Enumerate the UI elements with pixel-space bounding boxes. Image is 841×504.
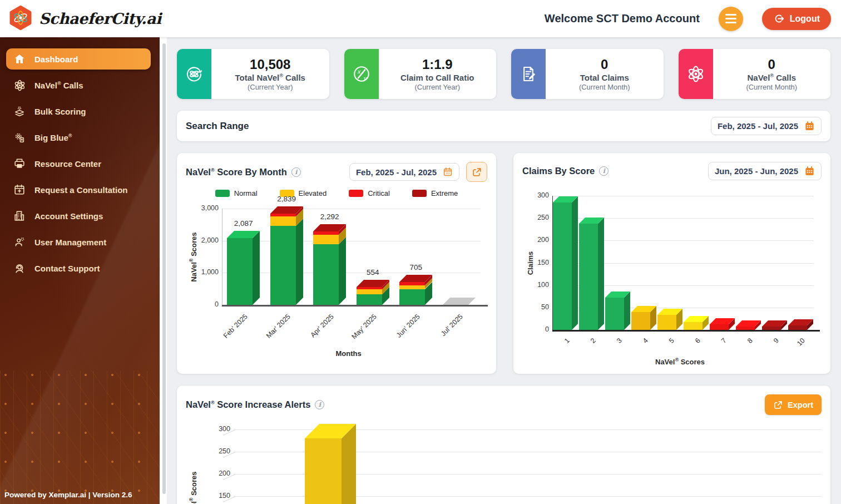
export-button[interactable]: Export [765,394,822,415]
sidebar-item-user-management[interactable]: User Management [6,231,151,253]
x-axis-category-label: 7 [703,337,728,362]
bar-segment[interactable] [605,298,624,330]
bar-segment[interactable] [736,327,755,330]
bar-value-label: 705 [391,263,441,271]
x-axis-category-label: 4 [624,337,649,362]
legend-swatch [215,190,230,197]
bar-segment-side [296,219,303,305]
y-axis-tick-label: 150 [206,492,230,500]
sidebar-item-contact-support[interactable]: Contact Support [6,258,151,279]
stat-label: Total NaVel® Calls [235,73,305,82]
sidebar-item-big-blue[interactable]: Big Blue® [6,127,151,148]
charts-row: NaVel® Score By Month i Feb, 2025 - Jul,… [177,153,830,374]
bar-segment-side [253,231,260,305]
sidebar-item-bulk-scoring[interactable]: Bulk Scoring [6,101,151,122]
bar-segment[interactable] [684,322,703,330]
bar-segment[interactable] [313,231,339,235]
resource-center-icon [13,157,26,170]
bar-segment[interactable] [357,289,382,294]
x-axis-category-label: Feb' 2025 [200,313,249,362]
chart-title: NaVel® Score By Month [186,167,287,177]
brand-name: SchaeferCity.ai [39,10,161,27]
chart1-share-button[interactable] [466,162,487,182]
info-icon[interactable]: i [599,166,609,176]
bar-segment[interactable] [399,285,425,289]
sidebar-item-account-settings[interactable]: Account Settings [6,205,151,226]
bar-segment[interactable] [399,282,425,285]
legend-item-extreme: Extreme [412,189,458,197]
x-axis-line [222,305,488,307]
sidebar-item-navel-calls[interactable]: NaVel® Calls [6,75,151,96]
svg-text:x: x [357,68,361,75]
stat-sublabel: (Current Month) [746,83,797,91]
sidebar: Dashboard NaVel® Calls Bulk Scoring [0,37,160,504]
info-icon[interactable]: i [291,167,301,177]
share-icon [472,167,482,177]
x-axis-line [552,330,820,332]
brand-logo-icon [8,5,33,33]
legend-swatch [349,190,363,197]
bar-segment[interactable] [270,216,296,226]
scrollbar-thumb[interactable] [162,43,166,494]
support-agent-icon [13,261,26,275]
bar-segment[interactable] [579,224,598,330]
bar-segment[interactable] [710,324,729,330]
atom-icon [679,49,713,99]
hamburger-menu-button[interactable] [719,7,743,31]
chart1-datepicker[interactable]: Feb, 2025 - Jul, 2025 [349,163,459,181]
stat-sublabel: (Current Year) [248,83,293,91]
x-axis-category-label: 10 [781,337,806,362]
y-axis-tick-label: 100 [525,281,549,289]
sidebar-item-resource-center[interactable]: Resource Center [6,153,151,174]
calendar-icon [804,121,815,131]
bar-segment-side [624,291,630,330]
bar-segment[interactable] [313,244,339,305]
y-axis-tick-label: 300 [206,425,230,433]
home-icon [13,52,26,66]
y-axis-tick-label: 0 [194,300,219,308]
welcome-text: Welcome SCT Demo Account [545,12,700,25]
svg-text:y: y [363,75,367,82]
logout-button[interactable]: Logout [762,8,831,30]
claims-by-score-card: Claims By Score i Jun, 2025 - Jun, 2025 [513,153,830,374]
bar-segment[interactable] [657,315,676,330]
bar-segment[interactable] [631,312,650,330]
x-axis-category-label: 1 [546,337,571,362]
sidebar-item-request-consultation[interactable]: Request a Consultation [6,179,151,200]
info-icon[interactable]: i [315,400,324,409]
legend-item-critical: Critical [349,189,390,197]
logout-icon [773,13,785,24]
bar-segment[interactable] [553,202,572,330]
sidebar-item-dashboard[interactable]: Dashboard [6,48,151,70]
y-axis-title: NaVel® Scores [190,471,198,504]
bar-segment[interactable] [788,325,807,330]
bar-segment[interactable] [270,226,296,305]
stat-value: 10,508 [250,57,290,72]
bar-segment[interactable] [305,438,342,504]
calendar-icon [804,166,815,176]
search-range-datepicker[interactable]: Feb, 2025 - Jul, 2025 [711,117,822,135]
bar-segment[interactable] [313,235,339,244]
stat-sublabel: (Current Year) [414,83,460,91]
y-axis-tick-label: 200 [525,236,549,244]
main-content: 10,508 Total NaVel® Calls (Current Year)… [167,37,841,504]
gridline [222,241,481,241]
search-range-label: Search Range [186,121,249,132]
stat-label: NaVel® Calls [747,73,796,82]
bar-segment[interactable] [399,289,425,305]
brand-logo[interactable]: SchaeferCity.ai [8,5,161,33]
chart2-datepicker[interactable]: Jun, 2025 - Jun, 2025 [708,162,822,180]
bar-segment[interactable] [357,294,382,305]
bar-segment[interactable] [227,238,253,305]
bar-value-label: 2,087 [219,219,269,228]
search-range-card: Search Range Feb, 2025 - Jul, 2025 [177,111,830,141]
y-axis-tick-label: 1,000 [194,268,219,276]
bar-segment[interactable] [270,214,296,216]
stat-card-total-claims: 0 Total Claims (Current Month) [511,49,664,99]
bar-segment[interactable] [357,287,382,289]
bar-segment[interactable] [762,327,781,330]
y-axis-tick-label: 0 [525,325,549,333]
y-axis-tick-label: 2,000 [194,236,219,244]
export-icon [773,400,783,410]
atom-refresh-icon [177,49,211,99]
